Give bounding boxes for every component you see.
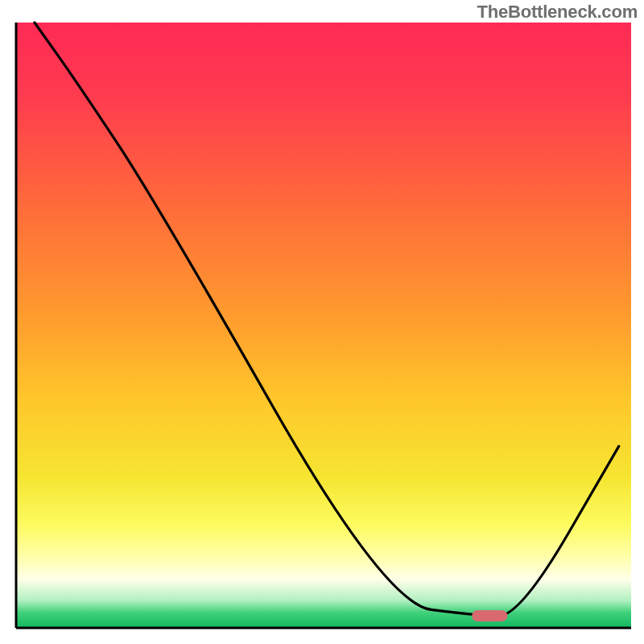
chart-svg — [0, 0, 644, 644]
plot-background — [16, 23, 631, 628]
optimal-point-marker — [472, 610, 507, 621]
bottleneck-chart: TheBottleneck.com — [0, 0, 644, 644]
